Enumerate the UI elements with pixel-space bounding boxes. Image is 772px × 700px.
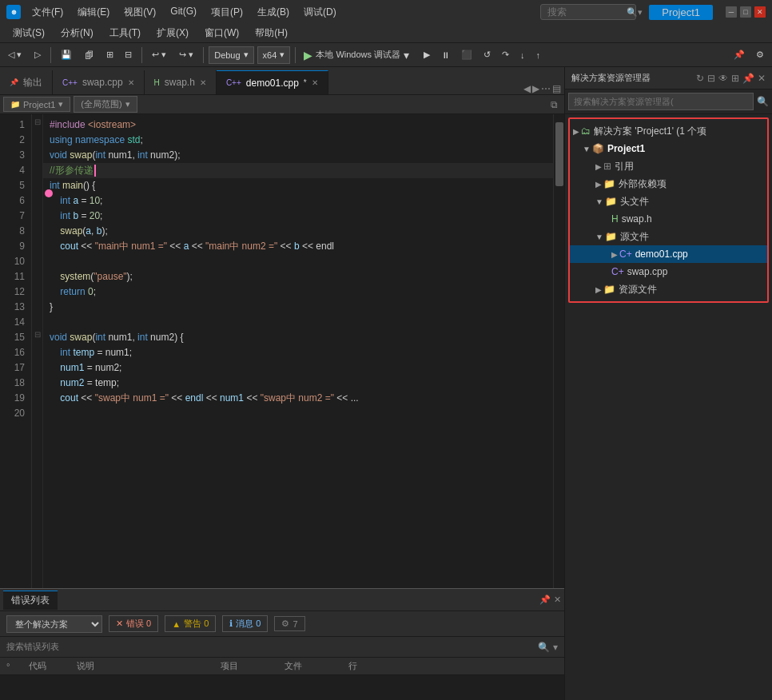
menu-tools[interactable]: 工具(T) <box>103 25 147 42</box>
menu-extensions[interactable]: 扩展(X) <box>150 25 195 42</box>
tab-bar: 📌 输出 C++ swap.cpp ✕ H swap.h ✕ C++ demo0… <box>0 67 564 95</box>
platform-dropdown[interactable]: x64▾ <box>257 46 291 64</box>
cpp-icon: C++ <box>62 78 78 87</box>
pause-button[interactable]: ⏸ <box>436 48 455 62</box>
tab-scroll-right[interactable]: ▶ <box>532 83 539 94</box>
restart-button[interactable]: ↺ <box>479 48 495 62</box>
split-editor-button[interactable]: ⧉ <box>547 99 561 110</box>
content-area: 📌 输出 C++ swap.cpp ✕ H swap.h ✕ C++ demo0… <box>0 67 772 700</box>
step-out-button[interactable]: ↑ <box>531 48 546 62</box>
tab-layout-button[interactable]: ▤ <box>552 83 561 94</box>
search-error-button[interactable]: 🔍 <box>538 642 550 653</box>
tab-demo-cpp[interactable]: C++ demo01.cpp * ✕ <box>217 70 328 94</box>
col-line: 行 <box>348 660 380 672</box>
menu-view[interactable]: 视图(V) <box>117 4 162 21</box>
menu-test[interactable]: 测试(S) <box>6 25 51 42</box>
undo-button[interactable]: ↩ ▾ <box>147 48 171 62</box>
panel-pin-icon[interactable]: 📌 <box>742 73 754 84</box>
code-line-17: num1 = num2; <box>43 360 553 376</box>
stop-button[interactable]: ⬛ <box>456 48 477 62</box>
nav-forward-button[interactable]: ▷ <box>30 48 46 62</box>
maximize-button[interactable]: □ <box>740 6 751 18</box>
panel-close-icon[interactable]: ✕ <box>758 73 766 84</box>
menu-edit[interactable]: 编辑(E) <box>71 4 116 21</box>
menu-git[interactable]: Git(G) <box>164 4 203 21</box>
run-debugger-button[interactable]: ▶ 本地 Windows 调试器 ▾ <box>300 47 412 63</box>
code-line-3: void swap(int num1, int num2); <box>43 148 553 163</box>
menu-build[interactable]: 生成(B) <box>251 4 296 21</box>
resources-node[interactable]: ▶ 📁 资源文件 <box>570 280 767 298</box>
error-badge[interactable]: ✕ 错误 0 <box>109 615 158 632</box>
tab-close-swap-h[interactable]: ✕ <box>200 78 206 87</box>
pin-button[interactable]: 📌 <box>729 48 750 62</box>
panel-pin-button[interactable]: 📌 <box>539 595 551 605</box>
config-dropdown[interactable]: Debug▾ <box>209 46 253 64</box>
save-all-button[interactable]: 🗐 <box>80 49 98 62</box>
menu-analyze[interactable]: 分析(N) <box>54 25 100 42</box>
search-error-dropdown[interactable]: ▾ <box>553 642 558 653</box>
solution-tree-highlight: ▶ 🗂 解决方案 'Project1' (1 个项 ▼ 📦 Project1 ▶… <box>568 117 769 303</box>
code-line-14 <box>43 315 553 330</box>
code-editor: 12345 678910 1112131415 1617181920 ⊟ <box>0 114 564 588</box>
scope-dropdown[interactable]: 整个解决方案 <box>6 615 102 633</box>
step-into-button[interactable]: ↓ <box>515 48 530 62</box>
nav-back-button[interactable]: ◁ ▾ <box>3 48 26 62</box>
tab-scroll-left[interactable]: ◀ <box>523 83 531 94</box>
search-input[interactable] <box>540 4 636 20</box>
fold-empty-4 <box>32 175 42 190</box>
demo01-cpp-node[interactable]: ▶ C+ demo01.cpp <box>570 245 767 263</box>
menu-window[interactable]: 窗口(W) <box>198 25 245 42</box>
menu-row-1: 文件(F) 编辑(E) 视图(V) Git(G) 项目(P) 生成(B) 调试(… <box>26 4 343 21</box>
bottom-panel-right: 📌 ✕ <box>539 595 561 605</box>
separator-2 <box>141 47 142 63</box>
demo-cpp-icon: C+ <box>619 249 632 260</box>
info-badge[interactable]: ℹ 消息 0 <box>222 615 268 632</box>
continue-button[interactable]: ▶ <box>419 48 435 62</box>
show-all-icon[interactable]: 👁 <box>718 73 728 84</box>
tab-close-demo-cpp[interactable]: ✕ <box>312 78 318 87</box>
close-button[interactable]: ✕ <box>754 6 766 18</box>
solution-search-input[interactable] <box>568 93 754 110</box>
solution-root[interactable]: ▶ 🗂 解决方案 'Project1' (1 个项 <box>570 122 767 140</box>
menu-file[interactable]: 文件(F) <box>26 4 70 21</box>
collapse-all-icon[interactable]: ⊟ <box>707 73 715 84</box>
sync-icon[interactable]: ↻ <box>696 73 704 84</box>
tab-more-button[interactable]: ⋯ <box>541 83 551 94</box>
menu-help[interactable]: 帮助(H) <box>249 25 294 42</box>
menu-project[interactable]: 项目(P) <box>205 4 249 21</box>
minimize-button[interactable]: ─ <box>726 6 737 18</box>
tab-close-swap-cpp[interactable]: ✕ <box>128 78 134 87</box>
build-only-badge[interactable]: ⚙ 7 <box>274 616 304 631</box>
tab-error-list[interactable]: 错误列表 <box>3 591 58 610</box>
modified-indicator: * <box>304 78 307 87</box>
code-content[interactable]: #include <iostream> using namespace std;… <box>43 114 553 588</box>
project-node[interactable]: ▼ 📦 Project1 <box>570 140 767 157</box>
project-breadcrumb[interactable]: 📁 Project1 ▾ <box>3 97 70 112</box>
step-over-button[interactable]: ↷ <box>497 48 514 62</box>
menu-debug[interactable]: 调试(D) <box>297 4 343 21</box>
swap-h-node[interactable]: H swap.h <box>570 210 767 228</box>
panel-close-button[interactable]: ✕ <box>554 595 561 605</box>
settings-icon[interactable]: ⚙ <box>751 48 769 62</box>
tab-swap-cpp[interactable]: C++ swap.cpp ✕ <box>53 70 145 94</box>
external-deps-node[interactable]: ▶ 📁 外部依赖项 <box>570 175 767 193</box>
project-icon: 📦 <box>592 143 604 154</box>
error-controls: 整个解决方案 ✕ 错误 0 ▲ 警告 0 ℹ 消息 0 ⚙ 7 <box>0 611 564 637</box>
scope-breadcrumb[interactable]: (全局范围) ▾ <box>74 96 137 113</box>
scroll-bar[interactable] <box>553 114 564 588</box>
toolbar-icon-2[interactable]: ⊟ <box>120 48 137 62</box>
tab-output[interactable]: 📌 输出 <box>0 70 53 94</box>
filter-icon[interactable]: ⊞ <box>731 73 739 84</box>
toolbar-icon-1[interactable]: ⊞ <box>101 48 118 62</box>
tab-swap-h[interactable]: H swap.h ✕ <box>145 70 217 94</box>
headers-node[interactable]: ▼ 📁 头文件 <box>570 193 767 210</box>
solution-search-icon[interactable]: 🔍 <box>757 96 769 107</box>
references-node[interactable]: ▶ ⊞ 引用 <box>570 157 767 175</box>
warning-badge[interactable]: ▲ 警告 0 <box>165 615 216 632</box>
sources-node[interactable]: ▼ 📁 源文件 <box>570 228 767 245</box>
fold-15[interactable]: ⊟ <box>32 327 42 342</box>
redo-button[interactable]: ↪ ▾ <box>174 48 198 62</box>
swap-cpp-node[interactable]: C+ swap.cpp <box>570 263 767 280</box>
save-button[interactable]: 💾 <box>56 48 77 62</box>
fold-5[interactable]: ⊟ <box>32 114 42 129</box>
